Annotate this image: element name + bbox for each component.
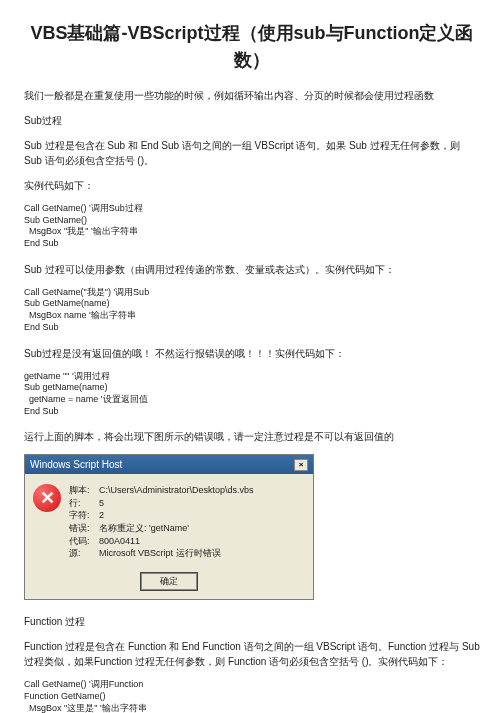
sub-desc-3: Sub 过程可以使用参数（由调用过程传递的常数、变量或表达式）。实例代码如下：: [24, 262, 480, 277]
ok-button[interactable]: 确定: [141, 573, 197, 591]
error-icon: ✕: [33, 484, 61, 512]
dialog-title: Windows Script Host: [30, 457, 122, 472]
sub-desc-1: Sub 过程是包含在 Sub 和 End Sub 语句之间的一组 VBScrip…: [24, 138, 480, 168]
code-block-4: Call GetName() '调用Function Function GetN…: [24, 679, 480, 713]
sub-desc-4: Sub过程是没有返回值的哦！ 不然运行报错误的哦！！！实例代码如下：: [24, 346, 480, 361]
code-block-1: Call GetName() '调用Sub过程 Sub GetName() Ms…: [24, 203, 480, 250]
close-icon[interactable]: ×: [294, 459, 308, 471]
page-title: VBS基础篇-VBScript过程（使用sub与Function定义函数）: [24, 20, 480, 74]
func-desc-1: Function 过程是包含在 Function 和 End Function …: [24, 639, 480, 669]
sub-desc-2: 实例代码如下：: [24, 178, 480, 193]
sub-desc-5: 运行上面的脚本，将会出现下图所示的错误哦，请一定注意过程是不可以有返回值的: [24, 429, 480, 444]
section-sub: Sub过程: [24, 113, 480, 128]
section-function: Function 过程: [24, 614, 480, 629]
dialog-text: 脚本:C:\Users\Administrator\Desktop\ds.vbs…: [69, 484, 254, 560]
code-block-2: Call GetName("我是") '调用Sub Sub GetName(na…: [24, 287, 480, 334]
intro-text: 我们一般都是在重复使用一些功能的时候，例如循环输出内容、分页的时候都会使用过程函…: [24, 88, 480, 103]
dialog-titlebar: Windows Script Host ×: [25, 455, 313, 474]
code-block-3: getName "" '调用过程 Sub getName(name) getNa…: [24, 371, 480, 418]
error-dialog: Windows Script Host × ✕ 脚本:C:\Users\Admi…: [24, 454, 314, 600]
